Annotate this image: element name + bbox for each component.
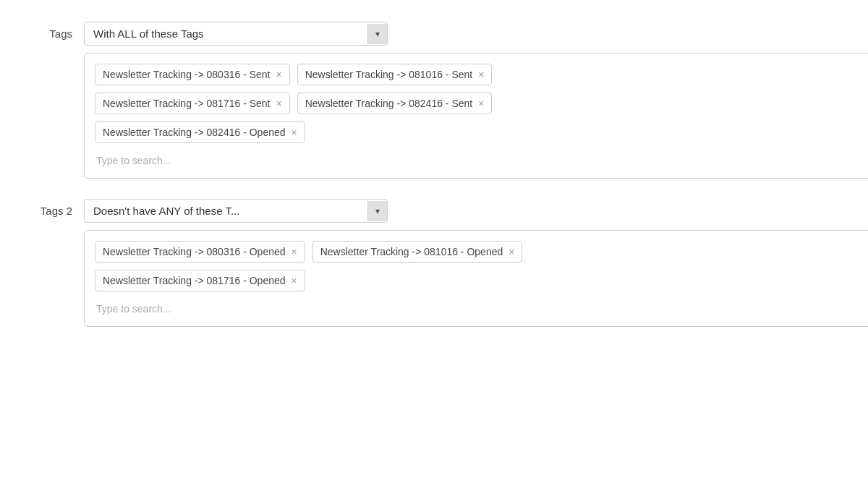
- tags-search-row-1: [95, 150, 868, 171]
- tags-row-1-3: Newsletter Tracking -> 082416 - Opened ×: [95, 121, 868, 143]
- tags-search-input-2[interactable]: [95, 299, 225, 319]
- tag-remove-t1[interactable]: ×: [276, 69, 282, 80]
- tag-chip-label-t4: Newsletter Tracking -> 082416 - Sent: [305, 98, 473, 109]
- tag-chip-label-t8: Newsletter Tracking -> 081716 - Opened: [103, 275, 286, 286]
- tag-chip-label-t1: Newsletter Tracking -> 080316 - Sent: [103, 69, 271, 80]
- tags-label-2: Tags 2: [29, 199, 72, 217]
- tag-chip-t7: Newsletter Tracking -> 081016 - Opened ×: [312, 241, 523, 263]
- tag-remove-t2[interactable]: ×: [478, 69, 484, 80]
- tag-remove-t8[interactable]: ×: [292, 276, 297, 286]
- tag-remove-t5[interactable]: ×: [292, 127, 297, 137]
- chevron-down-icon-2[interactable]: ▾: [367, 201, 387, 221]
- tag-chip-label-t7: Newsletter Tracking -> 081016 - Opened: [320, 246, 503, 257]
- tags-dropdown-2[interactable]: Doesn't have ANY of these T... ▾: [84, 199, 388, 223]
- tag-chip-label-t2: Newsletter Tracking -> 081016 - Sent: [305, 69, 473, 80]
- tags-dropdown-text-2: Doesn't have ANY of these T...: [85, 200, 367, 222]
- tags-filter-section-2: Tags 2 Doesn't have ANY of these T... ▾ …: [29, 199, 839, 327]
- tag-chip-t5: Newsletter Tracking -> 082416 - Opened ×: [95, 121, 305, 143]
- tag-chip-label-t3: Newsletter Tracking -> 081716 - Sent: [103, 98, 271, 109]
- tag-chip-t3: Newsletter Tracking -> 081716 - Sent ×: [95, 93, 290, 114]
- tags-container-2: Newsletter Tracking -> 080316 - Opened ×…: [84, 230, 868, 327]
- tags-row-2-1: Newsletter Tracking -> 080316 - Opened ×…: [95, 241, 868, 263]
- tags-search-input-1[interactable]: [95, 150, 225, 171]
- tags-container-1: Newsletter Tracking -> 080316 - Sent × N…: [84, 53, 868, 179]
- tag-remove-t6[interactable]: ×: [292, 247, 297, 257]
- tags-row-1-1: Newsletter Tracking -> 080316 - Sent × N…: [95, 64, 868, 85]
- tag-chip-t4: Newsletter Tracking -> 082416 - Sent ×: [297, 93, 493, 114]
- tag-chip-t8: Newsletter Tracking -> 081716 - Opened ×: [95, 270, 305, 291]
- tags-filter-right-1: With ALL of these Tags ▾ Newsletter Trac…: [84, 22, 868, 179]
- tag-remove-t7[interactable]: ×: [509, 247, 514, 257]
- tag-chip-t2: Newsletter Tracking -> 081016 - Sent ×: [297, 64, 493, 85]
- tag-chip-label-t6: Newsletter Tracking -> 080316 - Opened: [103, 246, 286, 257]
- tag-remove-t4[interactable]: ×: [478, 98, 484, 108]
- tags-filter-right-2: Doesn't have ANY of these T... ▾ Newslet…: [84, 199, 868, 327]
- tag-chip-label-t5: Newsletter Tracking -> 082416 - Opened: [103, 127, 286, 138]
- tags-row-2-2: Newsletter Tracking -> 081716 - Opened ×: [95, 270, 868, 291]
- tags-dropdown-text-1: With ALL of these Tags: [85, 22, 367, 45]
- tags-row-1-2: Newsletter Tracking -> 081716 - Sent × N…: [95, 93, 868, 114]
- tags-filter-section-1: Tags With ALL of these Tags ▾ Newsletter…: [29, 22, 839, 179]
- tag-remove-t3[interactable]: ×: [276, 98, 282, 108]
- tags-search-row-2: [95, 299, 868, 319]
- tags-label-1: Tags: [29, 22, 72, 40]
- tags-rows-1: Newsletter Tracking -> 080316 - Sent × N…: [95, 64, 868, 171]
- chevron-down-icon-1[interactable]: ▾: [367, 24, 387, 44]
- tag-chip-t1: Newsletter Tracking -> 080316 - Sent ×: [95, 64, 290, 85]
- tag-chip-t6: Newsletter Tracking -> 080316 - Opened ×: [95, 241, 305, 263]
- tags-rows-2: Newsletter Tracking -> 080316 - Opened ×…: [95, 241, 868, 319]
- tags-dropdown-1[interactable]: With ALL of these Tags ▾: [84, 22, 388, 46]
